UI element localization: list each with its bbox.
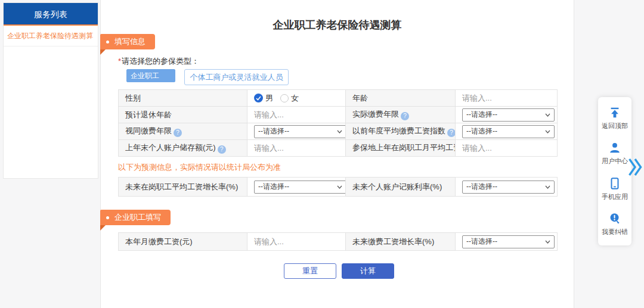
retire-age-label: 预计退休年龄: [119, 107, 247, 123]
future-account-rate-label: 未来个人账户记账利率(%): [346, 178, 456, 197]
future-account-rate-select[interactable]: --请选择--: [462, 181, 555, 194]
sidebar-item-pension-calc[interactable]: 企业职工养老保险待遇测算: [4, 26, 98, 46]
back-to-top-icon: [608, 106, 621, 119]
deemed-years-label: 视同缴费年限?: [119, 123, 247, 140]
right-toolbar: 返回顶部 用户中心 手机应用 我要纠错: [598, 97, 631, 245]
future-wage-growth-label: 未来在岗职工平均工资增长率(%): [119, 178, 247, 197]
male-radio-checked-icon[interactable]: [254, 94, 263, 102]
bullet-icon: [106, 216, 109, 219]
toolbar-expand-button[interactable]: [628, 157, 643, 179]
section-badge-fill-info: 填写信息: [100, 34, 155, 49]
chevron-down-icon: [545, 185, 550, 189]
gender-label: 性别: [119, 90, 247, 107]
retire-age-input[interactable]: 请输入...: [247, 107, 346, 123]
account-balance-label: 上年末个人账户储存额(元)?: [119, 140, 247, 157]
future-pay-wage-growth-label: 未来缴费工资增长率(%): [346, 233, 456, 251]
section-badge-company-fill: 企业职工填写: [100, 210, 171, 225]
future-wage-growth-select[interactable]: --请选择--: [254, 181, 346, 194]
service-list-header: 服务列表: [4, 3, 98, 26]
chevron-down-icon: [545, 130, 550, 133]
future-pay-wage-growth-select[interactable]: --请选择--: [462, 235, 555, 248]
deemed-years-select[interactable]: --请选择--: [254, 125, 346, 138]
section-badge-label: 企业职工填写: [114, 212, 161, 223]
current-monthly-wage-input[interactable]: 请输入...: [247, 233, 346, 251]
calculate-button[interactable]: 计算: [342, 263, 394, 279]
female-radio-icon[interactable]: [280, 94, 289, 102]
help-icon[interactable]: ?: [447, 129, 456, 137]
help-icon[interactable]: ?: [401, 112, 409, 120]
required-asterisk: *: [118, 57, 121, 66]
section-badge-label: 填写信息: [114, 36, 145, 47]
main-panel: 企业职工养老保险待遇测算 填写信息 *请选择您的参保类型： 企业职工 个体工商户…: [100, 0, 574, 308]
table-row: 视同缴费年限? --请选择-- 以前年度平均缴费工资指数? --请选择--: [119, 123, 558, 140]
chevron-down-icon: [337, 185, 342, 189]
type-button-enterprise-employee[interactable]: 企业职工: [126, 69, 175, 82]
table-row: 本年月缴费工资(元) 请输入... 未来缴费工资增长率(%) --请选择--: [119, 233, 558, 251]
table-row: 上年末个人账户储存额(元)? 请输入... 参保地上年在岗职工月平均工资(元)?…: [119, 140, 558, 157]
basic-info-table: 性别 男 女 年龄 请输入... 预计退休年龄 请输入... 实际缴费年限?: [118, 89, 558, 157]
female-radio-label[interactable]: 女: [291, 93, 299, 104]
wage-index-select[interactable]: --请选择--: [462, 125, 555, 138]
user-center-icon: [608, 141, 621, 154]
chevrons-right-icon: [628, 157, 643, 177]
help-icon[interactable]: ?: [218, 145, 226, 154]
page-title: 企业职工养老保险待遇测算: [101, 18, 574, 32]
company-fill-table: 本年月缴费工资(元) 请输入... 未来缴费工资增长率(%) --请选择--: [118, 232, 558, 251]
toolbar-item-label: 手机应用: [602, 192, 628, 201]
actual-years-select[interactable]: --请选择--: [462, 108, 555, 122]
age-input[interactable]: 请输入...: [456, 90, 558, 107]
chevron-down-icon: [337, 130, 342, 133]
toolbar-item-label: 我要纠错: [602, 228, 628, 237]
service-list-panel: 服务列表 企业职工养老保险待遇测算: [3, 2, 98, 179]
reset-button[interactable]: 重置: [284, 263, 336, 279]
chevron-down-icon: [545, 240, 550, 244]
table-row: 未来在岗职工平均工资增长率(%) --请选择-- 未来个人账户记账利率(%) -…: [119, 178, 558, 197]
user-center-button[interactable]: 用户中心: [602, 141, 628, 166]
bullet-icon: [106, 41, 109, 43]
type-button-self-employed[interactable]: 个体工商户或灵活就业人员: [184, 69, 289, 85]
insured-type-label: *请选择您的参保类型：: [118, 56, 199, 67]
wage-index-label: 以前年度平均缴费工资指数?: [346, 123, 456, 140]
mobile-app-button[interactable]: 手机应用: [602, 177, 628, 201]
error-report-button[interactable]: 我要纠错: [602, 212, 628, 237]
gender-radio-group: 男 女: [254, 93, 339, 104]
account-balance-input[interactable]: 请输入...: [247, 140, 346, 157]
back-to-top-button[interactable]: 返回顶部: [602, 106, 628, 130]
help-icon[interactable]: ?: [174, 129, 182, 137]
age-label: 年龄: [346, 90, 456, 107]
local-avg-wage-label: 参保地上年在岗职工月平均工资(元)?: [346, 140, 456, 157]
forecast-table: 未来在岗职工平均工资增长率(%) --请选择-- 未来个人账户记账利率(%) -…: [118, 177, 558, 197]
mobile-app-icon: [608, 177, 621, 190]
male-radio-label[interactable]: 男: [265, 93, 273, 104]
forecast-note: 以下为预测信息，实际情况请以统计局公布为准: [118, 162, 281, 173]
toolbar-item-label: 返回顶部: [602, 122, 628, 130]
actual-years-label: 实际缴费年限?: [346, 107, 456, 123]
error-report-icon: [608, 212, 621, 225]
table-row: 性别 男 女 年龄 请输入...: [119, 90, 558, 107]
chevron-down-icon: [545, 113, 550, 117]
table-row: 预计退休年龄 请输入... 实际缴费年限? --请选择--: [119, 107, 558, 123]
local-avg-wage-input[interactable]: 请输入...: [456, 140, 558, 157]
current-monthly-wage-label: 本年月缴费工资(元): [119, 233, 247, 251]
toolbar-item-label: 用户中心: [602, 157, 628, 166]
